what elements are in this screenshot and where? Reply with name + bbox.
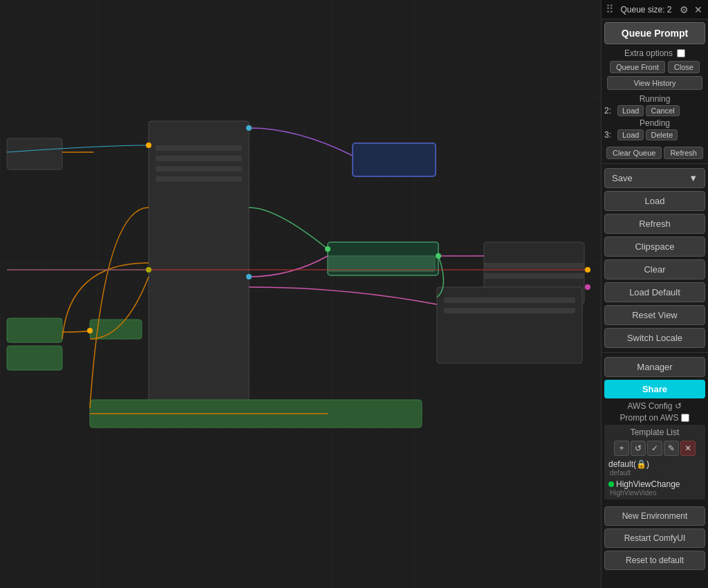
- queue-size-label: Queue size: 2: [620, 5, 671, 15]
- close-header-button[interactable]: ✕: [693, 3, 704, 17]
- queue-front-close-row: Queue Front Close: [602, 59, 708, 75]
- pending-delete-button[interactable]: Delete: [646, 129, 678, 140]
- svg-rect-19: [444, 308, 575, 313]
- template-section: Template List + ↺ ✓ ✎ ✕ default(🔒) defau…: [604, 425, 705, 499]
- template-check-button[interactable]: ✓: [647, 441, 662, 456]
- svg-point-27: [585, 267, 590, 273]
- template-name-highviewchange: HighViewChange: [608, 479, 701, 489]
- template-sub-default: default: [608, 469, 701, 477]
- reset-view-button[interactable]: Reset View: [604, 305, 705, 325]
- running-item: 2: Load Cancel: [604, 105, 705, 116]
- divider-2: [602, 352, 708, 353]
- active-dot-icon: [608, 481, 614, 487]
- svg-rect-8: [7, 346, 62, 370]
- svg-point-24: [325, 246, 330, 252]
- svg-point-25: [436, 253, 441, 259]
- prompt-on-aws-label: Prompt on AWS: [620, 413, 679, 423]
- pending-item: 3: Load Delete: [604, 129, 705, 140]
- pending-label: Pending: [604, 118, 705, 128]
- new-environment-button[interactable]: New Environment: [604, 506, 705, 526]
- settings-button[interactable]: ⚙: [678, 3, 690, 17]
- extra-options-checkbox[interactable]: [677, 49, 685, 57]
- share-button[interactable]: Share: [604, 380, 705, 398]
- svg-rect-4: [156, 166, 242, 172]
- queue-section: Running 2: Load Cancel Pending 3: Load D…: [602, 91, 708, 145]
- template-edit-button[interactable]: ✎: [664, 441, 679, 456]
- svg-point-26: [87, 328, 93, 333]
- header-icons: ⚙ ✕: [678, 3, 704, 17]
- svg-point-21: [146, 267, 151, 273]
- running-cancel-button[interactable]: Cancel: [646, 105, 679, 116]
- svg-point-20: [146, 143, 151, 148]
- template-close-button[interactable]: ✕: [680, 441, 696, 456]
- template-item-highviewchange[interactable]: HighViewChange HighViewVideo: [606, 478, 704, 498]
- save-button[interactable]: Save ▼: [604, 168, 705, 188]
- canvas-area[interactable]: [0, 0, 601, 588]
- prompt-on-aws-checkbox[interactable]: [681, 414, 689, 422]
- node-graph: [0, 0, 601, 588]
- aws-refresh-icon[interactable]: ↺: [675, 401, 682, 411]
- prompt-on-aws-row: Prompt on AWS: [602, 412, 708, 423]
- clear-queue-button[interactable]: Clear Queue: [606, 147, 662, 159]
- refresh-button[interactable]: Refresh: [604, 214, 705, 234]
- svg-point-28: [585, 284, 590, 290]
- right-panel: ⠿ Queue size: 2 ⚙ ✕ Queue Prompt Extra o…: [601, 0, 708, 588]
- running-load-button[interactable]: Load: [617, 105, 644, 116]
- save-arrow-icon: ▼: [689, 173, 698, 183]
- svg-rect-5: [156, 176, 242, 182]
- svg-rect-16: [484, 273, 584, 279]
- spacer: [602, 501, 708, 505]
- aws-config-label: AWS Config: [628, 401, 673, 411]
- pending-load-button[interactable]: Load: [617, 129, 644, 140]
- queue-refresh-button[interactable]: Refresh: [664, 147, 703, 159]
- load-default-button[interactable]: Load Default: [604, 282, 705, 302]
- dots-icon: ⠿: [606, 3, 614, 16]
- aws-config-row: AWS Config ↺: [602, 400, 708, 412]
- running-label: Running: [604, 94, 705, 104]
- restart-comfy-button[interactable]: Restart ComfyUI: [604, 529, 705, 548]
- svg-rect-6: [7, 138, 62, 169]
- close-button[interactable]: Close: [668, 61, 700, 73]
- clipspace-button[interactable]: Clipspace: [604, 237, 705, 257]
- template-title: Template List: [606, 426, 704, 439]
- svg-rect-15: [484, 263, 584, 268]
- queue-front-button[interactable]: Queue Front: [610, 61, 665, 73]
- template-name-default: default(🔒): [608, 459, 701, 469]
- template-sub-highviewchange: HighViewVideo: [608, 489, 701, 497]
- queue-prompt-button[interactable]: Queue Prompt: [604, 22, 705, 44]
- reset-default-button[interactable]: Reset to default: [604, 551, 705, 570]
- divider-1: [602, 163, 708, 164]
- switch-locale-button[interactable]: Switch Locale: [604, 328, 705, 348]
- template-add-button[interactable]: +: [614, 441, 629, 456]
- svg-rect-11: [353, 143, 436, 176]
- svg-rect-3: [156, 156, 242, 161]
- template-refresh-button[interactable]: ↺: [631, 441, 646, 456]
- extra-options-row: Extra options: [602, 47, 708, 59]
- template-item-default[interactable]: default(🔒) default: [606, 458, 704, 478]
- svg-rect-18: [444, 297, 575, 303]
- header-bar: ⠿ Queue size: 2 ⚙ ✕: [602, 0, 708, 19]
- svg-point-23: [246, 274, 252, 279]
- load-button[interactable]: Load: [604, 191, 705, 211]
- manager-button[interactable]: Manager: [604, 357, 705, 377]
- queue-bottom-row: Clear Queue Refresh: [602, 145, 708, 160]
- view-history-button[interactable]: View History: [607, 76, 702, 90]
- running-num: 2:: [604, 106, 615, 116]
- svg-rect-13: [328, 256, 435, 271]
- svg-point-22: [246, 125, 252, 131]
- save-label: Save: [612, 173, 633, 183]
- pending-num: 3:: [604, 130, 615, 140]
- svg-rect-7: [7, 318, 62, 342]
- template-toolbar: + ↺ ✓ ✎ ✕: [606, 441, 704, 456]
- extra-options-label: Extra options: [624, 48, 673, 58]
- svg-rect-2: [156, 145, 242, 151]
- clear-button[interactable]: Clear: [604, 259, 705, 279]
